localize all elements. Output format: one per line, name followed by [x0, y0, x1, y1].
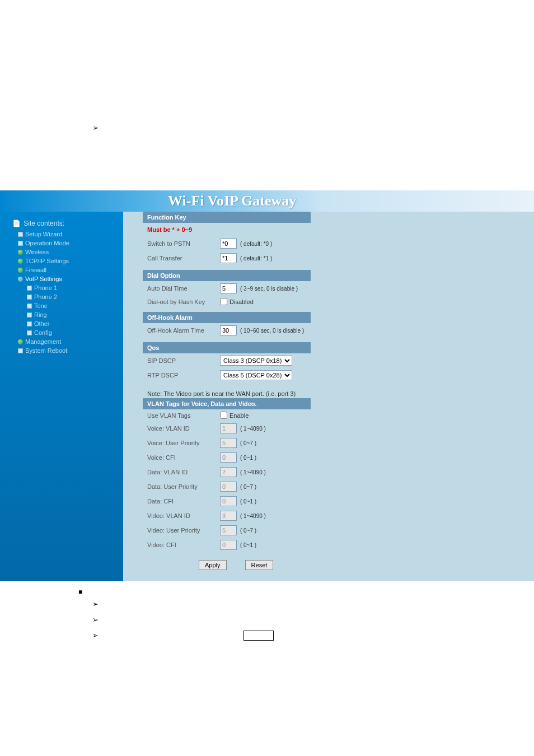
page-header: Wi-Fi VoIP Gateway [0, 190, 534, 212]
select-rtp-dscp[interactable]: Class 5 (DSCP 0x28) [220, 370, 292, 380]
input-switch-pstn[interactable] [220, 239, 237, 249]
sidebar-item-operation-mode[interactable]: Operation Mode [4, 239, 119, 248]
sidebar-item-config[interactable]: Config [4, 328, 119, 337]
sidebar-item-tcpip[interactable]: TCP/IP Settings [4, 256, 119, 265]
label-dial-hash: Dial-out by Hash Key [147, 298, 220, 305]
folder-open-icon [18, 277, 23, 282]
select-sip-dscp[interactable]: Class 3 (DSCP 0x18) [220, 356, 292, 366]
site-contents-title: 📄 Site contents: [4, 220, 119, 227]
input-voice-priority [220, 438, 237, 448]
tree-root-icon: 📄 [12, 220, 21, 227]
folder-icon [18, 268, 23, 273]
section-qos: Qos [143, 342, 311, 353]
input-data-cfi [220, 496, 237, 506]
input-video-vlanid [220, 511, 237, 521]
outro-line-1: ➢ [67, 596, 467, 612]
inline-box [243, 631, 274, 641]
must-be-note: Must be * + 0~9 [143, 223, 534, 236]
row-data-vlanid: Data: VLAN ID( 1~4090 ) [143, 465, 534, 479]
row-video-priority: Video: User Priority( 0~7 ) [143, 523, 534, 538]
label-sip-dscp: SIP DSCP [147, 357, 220, 364]
reset-button[interactable]: Reset [245, 560, 274, 570]
folder-icon [18, 259, 23, 264]
sidebar-item-other[interactable]: Other [4, 319, 119, 328]
content-area: Function Key Must be * + 0~9 Switch to P… [123, 212, 534, 581]
sidebar-item-management[interactable]: Management [4, 337, 119, 346]
file-icon [27, 330, 32, 335]
file-icon [18, 241, 23, 246]
sidebar-item-phone2[interactable]: Phone 2 [4, 292, 119, 301]
arrow-marker-icon: ➢ [92, 600, 102, 608]
checkbox-label-dial-hash: Disabled [227, 298, 254, 305]
file-icon [18, 348, 23, 353]
section-vlan: VLAN Tags for Voice, Data and Video. [143, 398, 311, 409]
square-bullet-icon: ■ [78, 588, 88, 596]
outro-area: ■ ➢ ➢ ➢ [0, 581, 534, 651]
sidebar-item-setup-wizard[interactable]: Setup Wizard [4, 230, 119, 239]
apply-button[interactable]: Apply [199, 560, 227, 570]
hint-call-transfer: ( default: *1 ) [237, 255, 272, 262]
input-voice-vlanid [220, 423, 237, 433]
hint-off-hook: ( 10~60 sec, 0 is disable ) [237, 328, 304, 334]
section-dial-option: Dial Option [143, 270, 311, 281]
hint-switch-pstn: ( default: *0 ) [237, 241, 272, 247]
row-auto-dial: Auto Dial Time ( 3~9 sec, 0 is disable ) [143, 281, 534, 296]
input-call-transfer[interactable] [220, 253, 237, 263]
row-switch-pstn: Switch to PSTN ( default: *0 ) [143, 236, 534, 251]
row-use-vlan: Use VLAN Tags Enable [143, 409, 534, 421]
row-dial-hash: Dial-out by Hash Key Disabled [143, 296, 534, 307]
file-icon [27, 286, 32, 291]
label-call-transfer: Call Transfer [147, 255, 220, 262]
sidebar-item-ring[interactable]: Ring [4, 310, 119, 319]
arrow-marker-icon: ➢ [92, 631, 102, 640]
outro-line-2: ➢ [67, 612, 467, 627]
row-call-transfer: Call Transfer ( default: *1 ) [143, 251, 534, 265]
sidebar-item-phone1[interactable]: Phone 1 [4, 283, 119, 292]
folder-icon [18, 250, 23, 255]
sidebar-item-wireless[interactable]: Wireless [4, 248, 119, 256]
row-data-priority: Data: User Priority( 0~7 ) [143, 479, 534, 494]
outro-line-3: ➢ [67, 627, 467, 644]
sidebar-item-system-reboot[interactable]: System Reboot [4, 346, 119, 355]
sidebar-item-tone[interactable]: Tone [4, 301, 119, 310]
arrow-marker-icon: ➢ [92, 615, 102, 624]
input-voice-cfi [220, 452, 237, 463]
page-title: Wi-Fi VoIP Gateway [168, 193, 296, 209]
file-icon [27, 295, 32, 300]
label-use-vlan: Use VLAN Tags [147, 412, 220, 419]
label-switch-pstn: Switch to PSTN [147, 240, 220, 247]
input-data-priority [220, 482, 237, 492]
folder-icon [18, 339, 23, 344]
file-icon [27, 312, 32, 318]
row-off-hook: Off-Hook Alarm Time ( 10~60 sec, 0 is di… [143, 323, 534, 338]
input-auto-dial[interactable] [220, 283, 237, 293]
input-off-hook[interactable] [220, 325, 237, 335]
row-voice-cfi: Voice: CFI( 0~1 ) [143, 450, 534, 465]
checkbox-use-vlan[interactable] [220, 412, 227, 419]
outro-bullet: ■ [67, 588, 467, 596]
file-icon [27, 321, 32, 326]
arrow-marker-icon: ➢ [92, 123, 99, 132]
row-video-cfi: Video: CFI( 0~1 ) [143, 538, 534, 552]
button-row: Apply Reset [143, 552, 534, 570]
vlan-note: Note: The Video port is near the WAN por… [143, 382, 534, 398]
input-data-vlanid [220, 467, 237, 477]
row-video-vlanid: Video: VLAN ID( 1~4090 ) [143, 508, 534, 523]
file-icon [18, 232, 23, 237]
sidebar-item-voip[interactable]: VoIP Settings [4, 274, 119, 283]
label-rtp-dscp: RTP DSCP [147, 372, 220, 379]
sidebar-item-firewall[interactable]: Firewall [4, 265, 119, 274]
input-video-priority [220, 525, 237, 535]
hint-auto-dial: ( 3~9 sec, 0 is disable ) [237, 286, 298, 292]
row-rtp-dscp: RTP DSCP Class 5 (DSCP 0x28) [143, 368, 534, 382]
section-off-hook: Off-Hook Alarm [143, 312, 311, 323]
section-function-key: Function Key [143, 212, 311, 223]
row-voice-vlanid: Voice: VLAN ID( 1~4090 ) [143, 421, 534, 436]
checkbox-dial-hash[interactable] [220, 298, 227, 305]
sidebar: 📄 Site contents: Setup Wizard Operation … [0, 212, 123, 581]
input-video-cfi [220, 540, 237, 550]
row-data-cfi: Data: CFI( 0~1 ) [143, 494, 534, 508]
file-icon [27, 304, 32, 309]
row-voice-priority: Voice: User Priority( 0~7 ) [143, 436, 534, 450]
row-sip-dscp: SIP DSCP Class 3 (DSCP 0x18) [143, 353, 534, 368]
